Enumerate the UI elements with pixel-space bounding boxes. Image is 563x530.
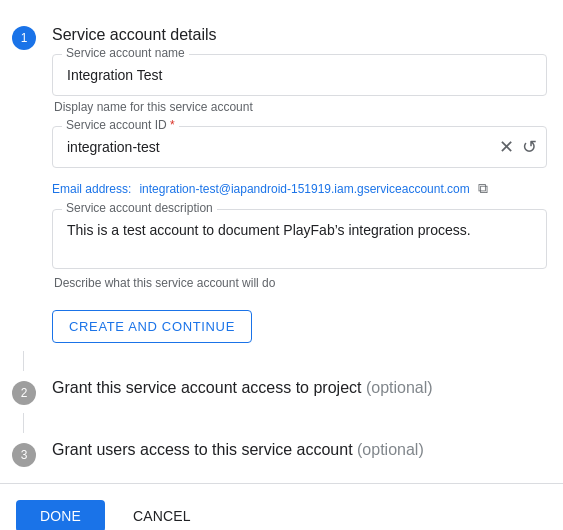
bottom-bar: DONE CANCEL: [0, 483, 563, 530]
step-1-content: Service account details Service account …: [52, 24, 547, 343]
email-prefix: Email address:: [52, 182, 131, 196]
id-field-label: Service account ID: [62, 118, 179, 132]
connector-1-2: [23, 351, 24, 371]
step-2-circle: 2: [12, 381, 36, 405]
copy-icon[interactable]: ⧉: [478, 180, 488, 197]
page-container: 1 Service account details Service accoun…: [0, 0, 563, 530]
step-1-circle: 1: [12, 26, 36, 50]
step-2-row: 2 Grant this service account access to p…: [0, 371, 563, 413]
connector-2-3: [23, 413, 24, 433]
step-2-number: 2: [21, 386, 28, 400]
step-2-content: Grant this service account access to pro…: [52, 379, 547, 397]
name-field-group: Service account name Display name for th…: [52, 54, 547, 114]
step-3-row: 3 Grant users access to this service acc…: [0, 433, 563, 475]
description-field-hint: Describe what this service account will …: [52, 276, 547, 290]
cancel-button[interactable]: CANCEL: [117, 500, 207, 530]
step-1-row: 1 Service account details Service accoun…: [0, 16, 563, 351]
step-2-optional: (optional): [366, 379, 433, 396]
step-3-optional: (optional): [357, 441, 424, 458]
clear-icon[interactable]: ✕: [499, 136, 514, 158]
step-1-number: 1: [21, 31, 28, 45]
step-3-content: Grant users access to this service accou…: [52, 441, 547, 459]
step-3-number: 3: [21, 448, 28, 462]
step-1-title: Service account details: [52, 24, 547, 46]
step-2-title: Grant this service account access to pro…: [52, 379, 547, 397]
name-field-hint: Display name for this service account: [52, 100, 547, 114]
service-account-name-input[interactable]: [52, 54, 547, 96]
description-field-label: Service account description: [62, 201, 217, 215]
service-account-id-input[interactable]: [52, 126, 547, 168]
refresh-icon[interactable]: ↺: [522, 136, 537, 158]
create-and-continue-button[interactable]: CREATE AND CONTINUE: [52, 310, 252, 343]
description-field-group: Service account description This is a te…: [52, 209, 547, 290]
step-3-circle: 3: [12, 443, 36, 467]
email-value: integration-test@iapandroid-151919.iam.g…: [139, 182, 469, 196]
id-input-wrapper: ✕ ↺: [52, 126, 547, 168]
email-row: Email address: integration-test@iapandro…: [52, 180, 547, 197]
id-input-actions: ✕ ↺: [499, 136, 537, 158]
service-account-description-input[interactable]: This is a test account to document <span…: [52, 209, 547, 269]
step-3-title: Grant users access to this service accou…: [52, 441, 547, 459]
name-field-label: Service account name: [62, 46, 189, 60]
done-button[interactable]: DONE: [16, 500, 105, 530]
id-field-group: Service account ID ✕ ↺: [52, 126, 547, 168]
service-account-form: Service account name Display name for th…: [52, 54, 547, 343]
